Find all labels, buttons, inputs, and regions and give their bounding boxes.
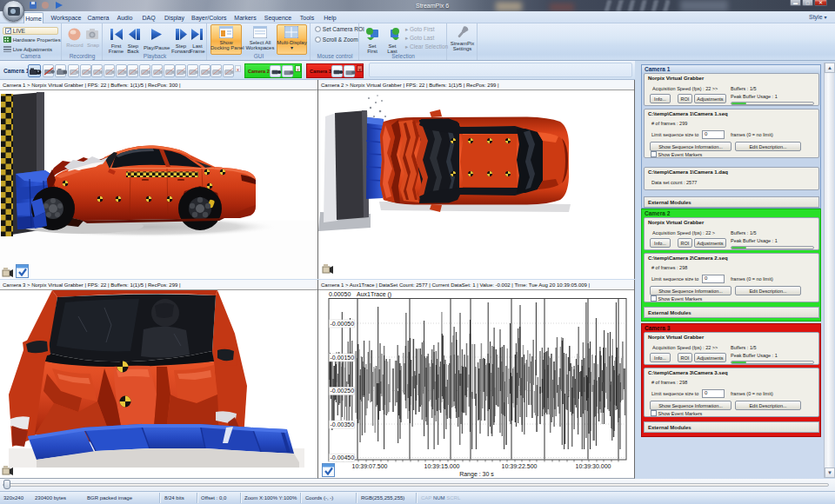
svg-text:-0.00250: -0.00250 — [331, 388, 355, 394]
svg-text:10:39:22.500: 10:39:22.500 — [502, 463, 538, 469]
svg-text:Aux1Trace (): Aux1Trace () — [357, 291, 391, 298]
svg-text:-0.00350: -0.00350 — [331, 421, 355, 428]
svg-text:10:39:30.000: 10:39:30.000 — [576, 463, 611, 469]
svg-text:-0.00050: -0.00050 — [331, 321, 355, 327]
svg-text:-0.00450: -0.00450 — [331, 454, 355, 461]
svg-text:10:39:07.500: 10:39:07.500 — [352, 463, 388, 469]
svg-text:0.00050: 0.00050 — [329, 291, 351, 297]
svg-text:Range : 30 s: Range : 30 s — [459, 471, 494, 478]
svg-text:10:39:15.000: 10:39:15.000 — [424, 463, 460, 469]
svg-text:-0.00150: -0.00150 — [331, 355, 355, 361]
